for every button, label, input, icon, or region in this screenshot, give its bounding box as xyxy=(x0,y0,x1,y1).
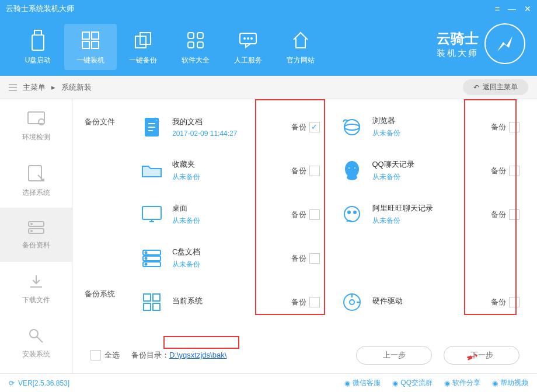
svg-rect-44 xyxy=(153,303,160,310)
svg-rect-11 xyxy=(197,42,203,48)
backup-checkbox-group[interactable]: 备份 xyxy=(291,209,320,220)
nav-website[interactable]: 官方网站 xyxy=(274,24,327,70)
svg-point-22 xyxy=(31,230,32,232)
chat-icon xyxy=(222,29,274,52)
titlebar: 云骑士系统装机大师 ≡ — ✕ xyxy=(0,0,537,18)
item-sub: 从未备份 xyxy=(372,128,491,138)
back-button[interactable]: ↶ 返回主菜单 xyxy=(463,79,528,95)
svg-point-28 xyxy=(347,174,357,180)
checkbox[interactable] xyxy=(509,122,519,132)
checkbox[interactable] xyxy=(309,253,320,264)
svg-point-29 xyxy=(348,167,350,169)
checkbox[interactable] xyxy=(509,297,519,307)
svg-rect-16 xyxy=(28,112,44,124)
svg-rect-1 xyxy=(32,35,44,50)
checkbox[interactable] xyxy=(309,166,320,176)
sidebar-download[interactable]: 下载文件 xyxy=(0,262,72,316)
checkbox[interactable] xyxy=(509,166,519,176)
nav-software[interactable]: 软件大全 xyxy=(169,24,222,70)
backup-row: C盘文档 从未备份 备份 xyxy=(137,242,320,274)
backup-row: 桌面 从未备份 备份 xyxy=(137,198,320,230)
checkbox[interactable] xyxy=(509,209,519,220)
backup-checkbox-group[interactable]: 备份 xyxy=(291,297,320,307)
section-system-label: 备份系统 xyxy=(85,289,115,299)
breadcrumb-bar: 主菜单 ▸ 系统新装 ↶ 返回主菜单 xyxy=(0,76,537,99)
svg-rect-31 xyxy=(142,206,161,219)
next-button[interactable]: 下一步 xyxy=(444,346,519,365)
monitor-icon xyxy=(137,204,166,225)
select-all[interactable]: 全选 xyxy=(90,350,120,360)
refresh-icon[interactable]: ⟳ xyxy=(9,379,15,387)
checkbox[interactable]: ✓ xyxy=(309,122,320,132)
checkbox[interactable] xyxy=(309,209,320,220)
backup-row: QQ聊天记录 从未备份 备份 xyxy=(337,155,520,187)
svg-rect-9 xyxy=(197,33,203,38)
breadcrumb-main[interactable]: 主菜单 xyxy=(23,82,46,93)
backup-checkbox-group[interactable]: 备份 xyxy=(291,253,320,264)
back-arrow-icon: ↶ xyxy=(473,83,479,92)
svg-point-46 xyxy=(350,300,354,304)
svg-point-21 xyxy=(31,223,32,225)
close-icon[interactable]: ✕ xyxy=(524,4,531,13)
svg-point-40 xyxy=(145,263,147,265)
backup-checkbox-group[interactable]: 备份 xyxy=(491,297,519,307)
windows-icon xyxy=(64,29,117,52)
bottom-row: 全选 备份目录：D:\yqsxtzjds\bak\ 上一步 下一步 ➸ xyxy=(85,346,519,365)
brand-logo-icon xyxy=(484,23,525,64)
svg-rect-41 xyxy=(144,294,151,301)
item-name: 浏览器 xyxy=(372,116,491,126)
item-name: 当前系统 xyxy=(172,296,291,306)
checkbox[interactable] xyxy=(309,297,320,307)
svg-rect-10 xyxy=(188,42,194,48)
svg-point-32 xyxy=(344,206,360,222)
item-sub: 从未备份 xyxy=(372,172,491,182)
sidebar-install[interactable]: 安装系统 xyxy=(0,316,72,370)
brand: 云骑士 装机大师 xyxy=(437,23,525,64)
footer-share[interactable]: ◉ 软件分享 xyxy=(444,378,480,388)
nav-support[interactable]: 人工服务 xyxy=(222,24,274,70)
item-sub: 从未备份 xyxy=(172,216,291,226)
copy-icon xyxy=(117,29,169,52)
backup-dir-link[interactable]: D:\yqsxtzjds\bak\ xyxy=(169,351,226,359)
svg-point-30 xyxy=(354,167,356,169)
qq-icon xyxy=(337,160,367,182)
footer-wechat[interactable]: ◉ 微信客服 xyxy=(344,378,381,388)
svg-rect-18 xyxy=(29,166,41,181)
svg-rect-8 xyxy=(188,33,194,38)
nav-one-click-install[interactable]: 一键装机 xyxy=(64,24,117,70)
hamburger-icon[interactable] xyxy=(9,84,17,91)
breadcrumb-current: 系统新装 xyxy=(61,82,92,93)
backup-checkbox-group[interactable]: 备份 xyxy=(491,209,519,220)
select-all-checkbox[interactable] xyxy=(90,350,101,360)
svg-point-39 xyxy=(145,257,147,259)
sidebar-backup-data[interactable]: 备份资料 xyxy=(0,208,72,262)
home-icon xyxy=(274,29,327,52)
item-sub: 从未备份 xyxy=(172,260,291,270)
svg-rect-42 xyxy=(153,294,160,301)
item-name: 桌面 xyxy=(172,203,291,214)
nav-usb-boot[interactable]: U盘启动 xyxy=(12,24,64,70)
section-files-label: 备份文件 xyxy=(85,117,115,127)
backup-checkbox-group[interactable]: 备份 xyxy=(491,122,519,132)
backup-checkbox-group[interactable]: 备份 ✓ xyxy=(291,122,320,132)
item-name: 硬件驱动 xyxy=(372,296,491,306)
nav-one-click-backup[interactable]: 一键备份 xyxy=(117,24,169,70)
footer-help[interactable]: ◉ 帮助视频 xyxy=(492,378,528,388)
minimize-icon[interactable]: — xyxy=(508,4,516,13)
content: 备份文件 备份系统 我的文档 2017-02-09 11:44:27 备份 ✓ … xyxy=(73,99,537,373)
backup-row: 硬件驱动 备份 xyxy=(337,286,520,318)
backup-row: 阿里旺旺聊天记录 从未备份 备份 xyxy=(337,198,520,230)
sidebar-select-system[interactable]: 选择系统 xyxy=(0,153,72,208)
backup-checkbox-group[interactable]: 备份 xyxy=(291,166,320,176)
prev-button[interactable]: 上一步 xyxy=(356,346,432,365)
backup-checkbox-group[interactable]: 备份 xyxy=(491,166,519,176)
brand-title: 云骑士 xyxy=(437,29,479,48)
ie-icon xyxy=(337,116,367,138)
disk-icon xyxy=(337,292,367,313)
menu-icon[interactable]: ≡ xyxy=(495,4,500,13)
footer-qq[interactable]: ◉ QQ交流群 xyxy=(392,378,433,388)
svg-rect-43 xyxy=(144,303,151,310)
svg-point-33 xyxy=(348,211,350,214)
svg-point-13 xyxy=(244,38,245,39)
sidebar-env-check[interactable]: 环境检测 xyxy=(0,99,72,153)
